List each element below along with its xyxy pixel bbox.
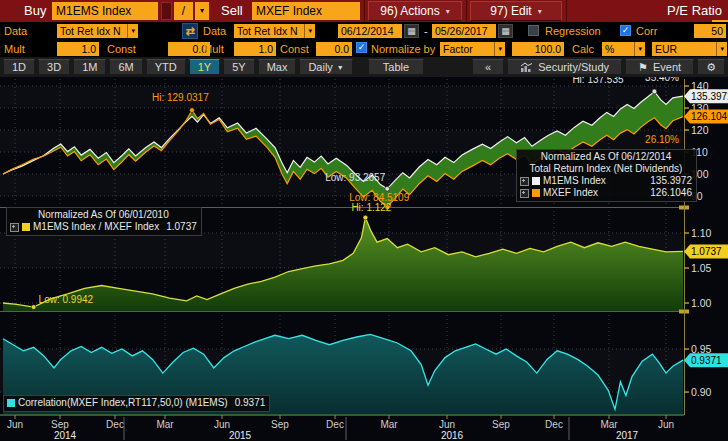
data-field-right[interactable]: Tot Ret Idx N▾: [234, 24, 315, 38]
normalize-mode-field[interactable]: Factor▾: [440, 42, 505, 56]
normalize-checkbox[interactable]: ✓: [356, 42, 367, 53]
chart-canvas[interactable]: 140130120110100901.101.051.000.950.90Jun…: [0, 77, 728, 441]
svg-text:0.9371: 0.9371: [691, 355, 722, 366]
spread-mode-button[interactable]: [161, 2, 172, 20]
data-field-left[interactable]: Tot Ret Idx N▾: [57, 24, 138, 38]
svg-text:135.3972: 135.3972: [691, 91, 728, 102]
legend-item-correlation[interactable]: Correlation(MXEF Index,RT117,50,0) (M1EM…: [7, 397, 265, 409]
swap-securities-icon[interactable]: ⇄: [182, 23, 198, 39]
svg-text:120: 120: [691, 124, 709, 136]
svg-text:Sep: Sep: [492, 419, 510, 430]
annotation: Hi: 1.122: [351, 202, 391, 213]
edit-menu[interactable]: 97) Edit▾: [470, 1, 562, 21]
factor-controls-row: Mult 1.0 Const 0.0 Mult 1.0 Const 0.0 ✓ …: [0, 40, 728, 57]
data-label-left: Data: [4, 25, 27, 37]
series-swatch: [532, 177, 540, 185]
legend-title: Normalized As Of 06/12/2014: [520, 151, 692, 163]
series-label: Correlation(MXEF Index,RT117,50,0) (M1EM…: [18, 397, 228, 409]
pe-ratio-label: P/E Ratio: [667, 3, 722, 18]
settings-button[interactable]: ⚙: [697, 59, 725, 75]
legend-ratio: Normalized As Of 06/01/2010 M1EMS Index …: [6, 207, 202, 236]
event-button[interactable]: ⚑ Event: [625, 59, 694, 75]
range-3d[interactable]: 3D: [38, 59, 70, 75]
const-label-right: Const: [280, 43, 309, 55]
chevron-down-icon: ▼: [337, 64, 344, 71]
buy-security-field[interactable]: M1EMS Index: [52, 2, 158, 20]
security-study-button[interactable]: Security/Study: [507, 59, 622, 75]
operator-field[interactable]: /: [174, 2, 193, 20]
chart-toolbar: 1D 3D 1M 6M YTD 1Y 5Y Max Daily▼ Table «…: [0, 57, 728, 77]
chevron-down-icon: ▾: [494, 42, 502, 56]
hi-lo-marker: [652, 89, 657, 94]
legend-item-mxef[interactable]: MXEF Index 126.1046: [520, 187, 692, 199]
flag-icon: ⚑: [638, 62, 648, 73]
range-1m[interactable]: 1M: [73, 59, 106, 75]
regression-label: Regression: [545, 25, 601, 37]
collapse-panel-button[interactable]: «: [472, 59, 504, 75]
normalize-label: Normalize by: [371, 43, 435, 55]
mult-field-left[interactable]: 1.0: [57, 42, 99, 56]
expand-box-icon[interactable]: [520, 177, 529, 186]
legend-subtitle: Total Return Index (Net Dividends): [520, 163, 692, 175]
svg-text:1.05: 1.05: [691, 262, 712, 274]
const-field-right[interactable]: 0.0: [316, 42, 352, 56]
series-swatch: [532, 189, 540, 197]
annotation: 26.10%: [645, 134, 679, 145]
sell-security-field[interactable]: MXEF Index: [252, 2, 360, 20]
svg-text:2016: 2016: [441, 430, 464, 441]
calendar-icon[interactable]: ▦: [498, 24, 513, 38]
svg-text:0.90: 0.90: [691, 386, 712, 398]
data-controls-row: Data Tot Ret Idx N▾ ⇄ Data Tot Ret Idx N…: [0, 22, 728, 40]
legend-item-m1ems[interactable]: M1EMS Index 135.3972: [520, 175, 692, 187]
period-dropdown[interactable]: Daily▼: [299, 59, 352, 75]
range-1d[interactable]: 1D: [3, 59, 35, 75]
chevron-down-icon: ▾: [304, 24, 312, 38]
series-label: M1EMS Index / MXEF Index: [33, 221, 159, 233]
svg-text:Jun: Jun: [439, 419, 455, 430]
annotation: Low: 93.2657: [325, 172, 385, 183]
bloomberg-chart-window: Buy M1EMS Index / ▾ Sell MXEF Index 96) …: [0, 0, 728, 441]
chevron-down-icon: ▾: [634, 42, 642, 56]
range-6m[interactable]: 6M: [109, 59, 142, 75]
svg-text:Mar: Mar: [380, 419, 398, 430]
factor-amount-field[interactable]: 100.0: [512, 42, 564, 56]
actions-menu[interactable]: 96) Actions▾: [368, 1, 462, 21]
svg-text:Mar: Mar: [156, 419, 174, 430]
corr-checkbox[interactable]: ✓: [620, 25, 631, 36]
series-swatch: [7, 399, 15, 407]
expand-box-icon[interactable]: [520, 189, 529, 198]
svg-text:2015: 2015: [229, 430, 252, 441]
expand-box-icon[interactable]: [10, 223, 19, 232]
hi-lo-marker: [385, 186, 390, 191]
mult-label-left: Mult: [4, 43, 25, 55]
table-button[interactable]: Table: [368, 59, 424, 75]
date-to-field[interactable]: 05/26/2017: [432, 24, 496, 38]
legend-correlation: Correlation(MXEF Index,RT117,50,0) (M1EM…: [3, 395, 270, 412]
calc-mode-field[interactable]: %▾: [602, 42, 645, 56]
operator-dropdown[interactable]: ▾: [195, 2, 209, 20]
range-ytd[interactable]: YTD: [146, 59, 186, 75]
series-value: 1.0737: [166, 221, 197, 233]
svg-text:Jun: Jun: [7, 419, 23, 430]
chart-area: 140130120110100901.101.051.000.950.90Jun…: [0, 77, 728, 441]
currency-field[interactable]: EUR▾: [652, 42, 727, 56]
range-max[interactable]: Max: [258, 59, 297, 75]
calendar-icon[interactable]: ▦: [404, 24, 419, 38]
annotation: 35.40%: [645, 77, 679, 83]
chevron-down-icon: ▾: [446, 7, 450, 16]
date-from-field[interactable]: 06/12/2014: [338, 24, 402, 38]
regression-checkbox[interactable]: [528, 25, 539, 36]
range-5y[interactable]: 5Y: [223, 59, 254, 75]
svg-text:Jun: Jun: [658, 419, 674, 430]
mult-field-right[interactable]: 1.0: [234, 42, 276, 56]
calc-label: Calc: [572, 43, 594, 55]
series-value: 135.3972: [644, 175, 692, 187]
hi-lo-marker: [363, 215, 368, 220]
svg-text:Sep: Sep: [271, 419, 289, 430]
annotation: Hi: 137.535: [572, 77, 624, 85]
const-label-left: Const: [107, 43, 136, 55]
corr-period-field[interactable]: 50: [694, 24, 726, 38]
range-1y-active[interactable]: 1Y: [189, 59, 220, 75]
study-chart-icon: [520, 62, 533, 73]
legend-item-ratio[interactable]: M1EMS Index / MXEF Index 1.0737: [10, 221, 197, 233]
